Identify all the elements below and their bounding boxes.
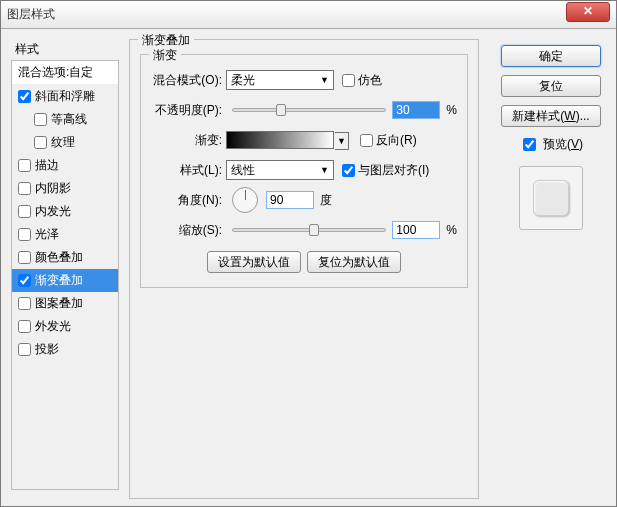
styles-list: 混合选项:自定 斜面和浮雕等高线纹理描边内阴影内发光光泽颜色叠加渐变叠加图案叠加… [11, 60, 119, 490]
reverse-checkbox[interactable]: 反向(R) [360, 132, 417, 149]
style-item-label: 纹理 [51, 134, 75, 151]
style-item-checkbox[interactable] [18, 205, 31, 218]
style-item-label: 等高线 [51, 111, 87, 128]
preview-input[interactable] [523, 138, 536, 151]
opacity-slider[interactable] [232, 108, 386, 112]
preview-checkbox[interactable]: 预览(V) [519, 135, 583, 154]
style-select[interactable]: 线性 ▼ [226, 160, 334, 180]
blend-options-row[interactable]: 混合选项:自定 [12, 61, 118, 85]
style-value: 线性 [231, 162, 255, 179]
percent-unit: % [446, 103, 457, 117]
style-item[interactable]: 图案叠加 [12, 292, 118, 315]
reverse-input[interactable] [360, 134, 373, 147]
style-item[interactable]: 光泽 [12, 223, 118, 246]
cancel-button[interactable]: 复位 [501, 75, 601, 97]
style-item-checkbox[interactable] [18, 251, 31, 264]
chevron-down-icon[interactable]: ▼ [335, 132, 349, 150]
opacity-label: 不透明度(P): [151, 102, 226, 119]
style-item[interactable]: 内阴影 [12, 177, 118, 200]
blend-mode-select[interactable]: 柔光 ▼ [226, 70, 334, 90]
styles-panel: 样式 混合选项:自定 斜面和浮雕等高线纹理描边内阴影内发光光泽颜色叠加渐变叠加图… [11, 39, 119, 490]
chevron-down-icon: ▼ [320, 75, 329, 85]
style-item-label: 内发光 [35, 203, 71, 220]
style-item[interactable]: 外发光 [12, 315, 118, 338]
angle-label: 角度(N): [151, 192, 226, 209]
style-item-checkbox[interactable] [18, 90, 31, 103]
style-item-label: 斜面和浮雕 [35, 88, 95, 105]
titlebar: 图层样式 ✕ [1, 1, 616, 29]
style-item[interactable]: 斜面和浮雕 [12, 85, 118, 108]
style-item-checkbox[interactable] [34, 113, 47, 126]
new-style-button[interactable]: 新建样式(W)... [501, 105, 601, 127]
style-item[interactable]: 纹理 [12, 131, 118, 154]
percent-unit: % [446, 223, 457, 237]
style-item[interactable]: 渐变叠加 [12, 269, 118, 292]
settings-panel: 渐变叠加 渐变 混合模式(O): 柔光 ▼ 仿色 不透明度(P): [129, 39, 479, 499]
style-item[interactable]: 颜色叠加 [12, 246, 118, 269]
style-item-label: 颜色叠加 [35, 249, 83, 266]
blend-mode-label: 混合模式(O): [151, 72, 226, 89]
opacity-input[interactable]: 30 [392, 101, 440, 119]
ok-button[interactable]: 确定 [501, 45, 601, 67]
style-item-label: 渐变叠加 [35, 272, 83, 289]
gradient-group: 渐变 混合模式(O): 柔光 ▼ 仿色 不透明度(P): 30 [140, 54, 468, 288]
gradient-group-title: 渐变 [149, 47, 181, 64]
dither-input[interactable] [342, 74, 355, 87]
style-item-checkbox[interactable] [18, 297, 31, 310]
style-item-label: 外发光 [35, 318, 71, 335]
style-item-label: 图案叠加 [35, 295, 83, 312]
dialog-window: 图层样式 ✕ 样式 混合选项:自定 斜面和浮雕等高线纹理描边内阴影内发光光泽颜色… [0, 0, 617, 507]
blend-mode-value: 柔光 [231, 72, 255, 89]
styles-heading: 样式 [11, 39, 119, 60]
style-item-checkbox[interactable] [18, 182, 31, 195]
style-item-checkbox[interactable] [18, 343, 31, 356]
style-label: 样式(L): [151, 162, 226, 179]
angle-dial[interactable] [232, 187, 258, 213]
scale-label: 缩放(S): [151, 222, 226, 239]
gradient-label: 渐变: [151, 132, 226, 149]
angle-unit: 度 [320, 192, 332, 209]
gradient-preview[interactable]: ▼ [226, 131, 334, 149]
style-item-checkbox[interactable] [18, 228, 31, 241]
dither-checkbox[interactable]: 仿色 [342, 72, 382, 89]
scale-slider[interactable] [232, 228, 386, 232]
style-item-checkbox[interactable] [18, 320, 31, 333]
chevron-down-icon: ▼ [320, 165, 329, 175]
make-default-button[interactable]: 设置为默认值 [207, 251, 301, 273]
style-item[interactable]: 投影 [12, 338, 118, 361]
align-input[interactable] [342, 164, 355, 177]
angle-input[interactable]: 90 [266, 191, 314, 209]
preview-swatch [519, 166, 583, 230]
reset-default-button[interactable]: 复位为默认值 [307, 251, 401, 273]
window-title: 图层样式 [7, 6, 610, 23]
close-button[interactable]: ✕ [566, 2, 610, 22]
style-item-checkbox[interactable] [18, 274, 31, 287]
scale-input[interactable]: 100 [392, 221, 440, 239]
style-item-label: 光泽 [35, 226, 59, 243]
style-item[interactable]: 内发光 [12, 200, 118, 223]
align-checkbox[interactable]: 与图层对齐(I) [342, 162, 429, 179]
style-item-label: 内阴影 [35, 180, 71, 197]
style-item-checkbox[interactable] [34, 136, 47, 149]
style-item[interactable]: 等高线 [12, 108, 118, 131]
style-item[interactable]: 描边 [12, 154, 118, 177]
style-item-label: 描边 [35, 157, 59, 174]
style-item-checkbox[interactable] [18, 159, 31, 172]
right-buttons: 确定 复位 新建样式(W)... 预览(V) [496, 45, 606, 230]
style-item-label: 投影 [35, 341, 59, 358]
